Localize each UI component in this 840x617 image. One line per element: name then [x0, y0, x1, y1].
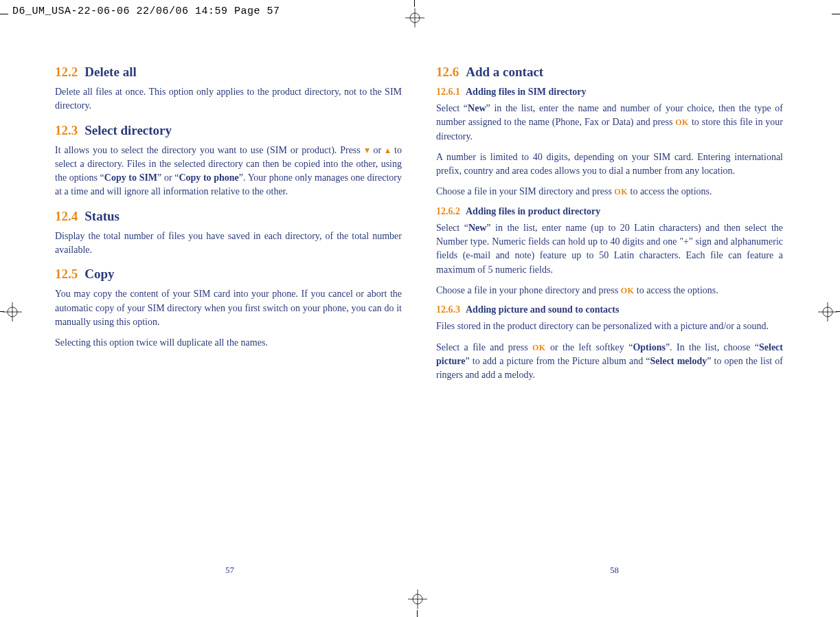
section-number: 12.4 [55, 209, 78, 223]
text-run: Select “ [436, 103, 468, 113]
crop-mark [414, 0, 415, 7]
text-run: to access the options. [637, 285, 718, 295]
svg-marker-13 [385, 148, 390, 153]
body-text: Display the total number of files you ha… [55, 229, 402, 258]
section-heading-delete-all: 12.2Delete all [55, 65, 402, 80]
subsection-number: 12.6.3 [436, 304, 460, 315]
bold-term: New [468, 223, 486, 233]
subsection-number: 12.6.1 [436, 87, 460, 97]
section-heading-status: 12.4Status [55, 209, 402, 224]
text-run: or the left softkey “ [550, 342, 633, 352]
text-run: Choose a file in your SIM directory and … [436, 186, 614, 197]
text-run: to access the options. [631, 186, 712, 197]
subsection-title: Adding files in SIM directory [466, 87, 587, 97]
body-text: Select “New” in the list, enter name (up… [436, 221, 783, 277]
section-title: Delete all [84, 65, 136, 79]
body-text: Files stored in the product directory ca… [436, 319, 783, 333]
page-number-left: 57 [225, 565, 234, 576]
registration-mark-icon [408, 590, 427, 609]
text-run: ”. In the list, choose “ [666, 342, 759, 352]
section-title: Copy [84, 267, 114, 281]
body-text: You may copy the content of your SIM car… [55, 287, 402, 329]
text-run: Choose a file in your phone directory an… [436, 285, 621, 295]
body-text: Choose a file in your SIM directory and … [436, 185, 783, 199]
section-title: Status [84, 209, 120, 223]
section-number: 12.6 [436, 65, 459, 79]
body-text: Delete all files at once. This option on… [55, 85, 402, 113]
page-number-right: 58 [610, 565, 619, 576]
text-run: It allows you to select the directory yo… [55, 145, 364, 155]
body-text: Choose a file in your phone directory an… [436, 284, 783, 298]
subsection-heading: 12.6.2Adding files in product directory [436, 206, 783, 217]
section-heading-copy: 12.5Copy [55, 267, 402, 282]
text-run: ” or “ [157, 172, 179, 183]
bold-term: New [468, 103, 486, 113]
body-text: Select a file and press OK or the left s… [436, 341, 783, 383]
text-run: Select “ [436, 223, 468, 233]
section-title: Select directory [84, 123, 172, 137]
text-run: ” in the list, enter name (up to 20 Lati… [436, 223, 783, 275]
section-number: 12.3 [55, 123, 78, 137]
svg-marker-12 [365, 148, 370, 153]
subsection-heading: 12.6.3Adding picture and sound to contac… [436, 304, 783, 315]
ok-key-icon: OK [532, 343, 546, 352]
crop-mark [832, 14, 840, 14]
section-number: 12.2 [55, 65, 78, 79]
page-spread: 12.2Delete all Delete all files at once.… [55, 48, 783, 396]
registration-mark-icon [405, 8, 424, 27]
up-triangle-icon [385, 148, 391, 154]
crop-mark [417, 610, 418, 617]
section-heading-select-directory: 12.3Select directory [55, 123, 402, 138]
subsection-heading: 12.6.1Adding files in SIM directory [436, 87, 783, 98]
text-run: Select a file and press [436, 342, 532, 352]
body-text: Select “New” in the list, enter the name… [436, 102, 783, 144]
bold-term: Copy to SIM [104, 172, 157, 183]
body-text: A number is limited to 40 digits, depend… [436, 150, 783, 179]
down-triangle-icon [364, 148, 370, 154]
body-text: Selecting this option twice will duplica… [55, 336, 402, 350]
bold-term: Options [633, 342, 665, 352]
registration-mark-icon [3, 302, 22, 322]
ok-key-icon: OK [621, 286, 635, 295]
ok-key-icon: OK [614, 187, 628, 197]
ok-key-icon: OK [675, 117, 689, 127]
section-heading-add-contact: 12.6Add a contact [436, 65, 783, 80]
subsection-number: 12.6.2 [436, 206, 460, 216]
right-page: 12.6Add a contact 12.6.1Adding files in … [436, 48, 783, 396]
registration-mark-icon [818, 302, 837, 322]
body-text: It allows you to select the directory yo… [55, 144, 402, 199]
section-title: Add a contact [466, 65, 543, 79]
left-page: 12.2Delete all Delete all files at once.… [55, 48, 402, 396]
subsection-title: Adding files in product directory [466, 206, 600, 216]
print-slug-header: D6_UM_USA-22-06-06 22/06/06 14:59 Page 5… [12, 5, 280, 17]
section-number: 12.5 [55, 267, 78, 281]
bold-term: Select melody [650, 356, 707, 366]
subsection-title: Adding picture and sound to contacts [466, 304, 619, 315]
text-run: ” to add a picture from the Picture albu… [466, 356, 650, 366]
text-run: or [374, 145, 385, 155]
bold-term: Copy to phone [179, 172, 238, 183]
crop-mark [0, 14, 8, 14]
